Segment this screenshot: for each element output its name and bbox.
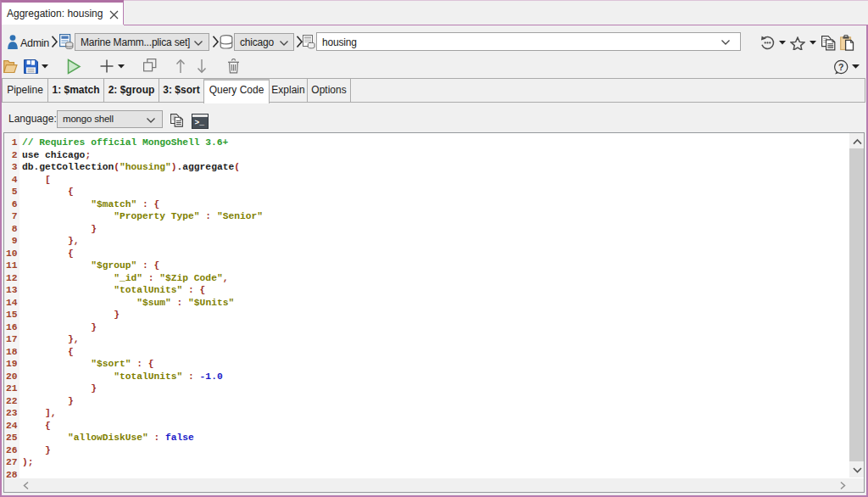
svg-text:?: ? bbox=[838, 62, 843, 72]
